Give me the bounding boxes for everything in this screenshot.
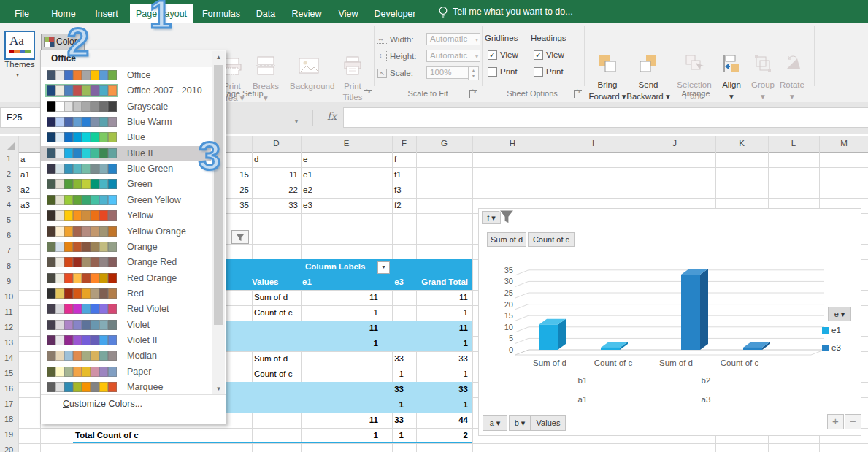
row-header-5[interactable]: 5	[0, 215, 18, 229]
chart-zoom-out-button[interactable]: −	[845, 414, 861, 429]
row-header-16[interactable]: 16	[0, 384, 18, 397]
column-header-J[interactable]: J	[634, 136, 715, 151]
cell-A1[interactable]: a	[20, 152, 40, 167]
column-header-G[interactable]: G	[416, 136, 472, 151]
select-all-corner[interactable]	[0, 136, 18, 152]
scroll-thumb[interactable]	[214, 65, 223, 325]
column-header-M[interactable]: M	[819, 136, 868, 151]
theme-item-red[interactable]: Red	[41, 286, 211, 302]
pivot-column-labels-dropdown[interactable]: ▾	[377, 261, 390, 274]
pivot-chart[interactable]: f ▾Sum of dCount of c35302520151050Sum o…	[478, 208, 861, 436]
cell-D1[interactable]: d	[254, 152, 301, 167]
row-header-1[interactable]: 1	[0, 154, 18, 167]
cell-E2[interactable]: e1	[303, 167, 392, 183]
tab-developer[interactable]: Developer	[371, 4, 419, 23]
theme-item-blue-ii[interactable]: Blue II	[41, 146, 211, 161]
resize-grip[interactable]: ····	[118, 414, 135, 421]
row-header-4[interactable]: 4	[0, 200, 18, 213]
row-header-11[interactable]: 11	[0, 307, 18, 321]
cell-E1[interactable]: e	[303, 152, 392, 167]
column-header-F[interactable]: F	[392, 136, 416, 151]
column-header-L[interactable]: L	[768, 136, 819, 151]
theme-item-violet-ii[interactable]: Violet II	[41, 333, 211, 348]
chart-axis-button-b[interactable]: b ▾	[509, 415, 531, 431]
tell-me-box[interactable]: Tell me what you want to do...	[438, 4, 628, 22]
theme-item-yellow[interactable]: Yellow	[41, 208, 211, 223]
pivot-filter-button[interactable]	[231, 230, 249, 244]
chart-zoom-in-button[interactable]: +	[827, 414, 844, 429]
column-header-E[interactable]: E	[301, 136, 392, 151]
theme-item-marquee[interactable]: Marquee	[41, 380, 211, 395]
theme-item-paper[interactable]: Paper	[41, 364, 211, 380]
row-header-2[interactable]: 2	[0, 169, 18, 183]
theme-item-red-orange[interactable]: Red Orange	[41, 271, 211, 286]
theme-item-yellow-orange[interactable]: Yellow Orange	[41, 224, 211, 240]
column-header-K[interactable]: K	[715, 136, 768, 151]
column-header-H[interactable]: H	[472, 136, 553, 151]
row-header-18[interactable]: 18	[0, 415, 18, 428]
cell-E3[interactable]: e2	[303, 183, 392, 198]
theme-item-grayscale[interactable]: Grayscale	[41, 99, 211, 115]
page-setup-dialog-launcher[interactable]: ↘	[364, 90, 372, 98]
tab-formulas[interactable]: Formulas	[199, 4, 244, 23]
row-header-14[interactable]: 14	[0, 353, 18, 367]
row-header-9[interactable]: 9	[0, 277, 18, 290]
column-header-D[interactable]: D	[252, 136, 301, 151]
row-header-20[interactable]: 20	[0, 445, 18, 452]
cell-A2[interactable]: a1	[20, 167, 40, 183]
theme-item-red-violet[interactable]: Red Violet	[41, 302, 211, 317]
cell-D4[interactable]: 33	[252, 198, 298, 213]
theme-item-green-yellow[interactable]: Green Yellow	[41, 193, 211, 208]
row-header-15[interactable]: 15	[0, 369, 18, 382]
formula-input[interactable]	[343, 107, 868, 128]
row-header-7[interactable]: 7	[0, 246, 18, 259]
cell-F2[interactable]: f1	[394, 167, 416, 183]
row-header-19[interactable]: 19	[0, 430, 18, 443]
tab-data[interactable]: Data	[251, 4, 280, 23]
customize-colors-item[interactable]: Customize Colors...	[63, 399, 142, 409]
chart-axis-button-a[interactable]: a ▾	[483, 415, 507, 431]
tab-insert[interactable]: Insert	[89, 4, 124, 23]
scroll-down-icon[interactable]: ▼	[212, 383, 225, 395]
cell-E4[interactable]: e3	[303, 198, 392, 213]
cell-D3[interactable]: 22	[252, 183, 298, 198]
tab-review[interactable]: Review	[288, 4, 326, 23]
theme-item-blue-green[interactable]: Blue Green	[41, 161, 211, 177]
theme-item-orange[interactable]: Orange	[41, 240, 211, 255]
legend-field-button-e[interactable]: e ▾	[828, 307, 851, 321]
row-header-3[interactable]: 3	[0, 185, 18, 198]
theme-item-blue-warm[interactable]: Blue Warm	[41, 115, 211, 130]
tab-file[interactable]: File	[7, 4, 37, 23]
row-header-17[interactable]: 17	[0, 399, 18, 413]
theme-item-median[interactable]: Median	[41, 348, 211, 364]
cell-F1[interactable]: f	[394, 152, 416, 167]
cell-F4[interactable]: f2	[394, 198, 416, 213]
scroll-up-icon[interactable]: ▲	[212, 51, 225, 64]
dropdown-scrollbar[interactable]: ▲ ▼	[212, 51, 225, 395]
row-header-10[interactable]: 10	[0, 292, 18, 305]
theme-item-blue[interactable]: Blue	[41, 130, 211, 145]
sheet-options-dialog-launcher[interactable]: ↘	[574, 90, 582, 98]
cell-A3[interactable]: a2	[20, 183, 40, 198]
cell-D2[interactable]: 11	[252, 167, 298, 183]
gridlines-print-checkbox[interactable]	[488, 67, 497, 77]
scale-to-fit-dialog-launcher[interactable]: ↘	[469, 90, 477, 98]
row-header-12[interactable]: 12	[0, 323, 18, 336]
theme-item-office[interactable]: Office	[41, 68, 211, 83]
chart-axis-button-values[interactable]: Values	[531, 415, 566, 431]
tab-view[interactable]: View	[333, 4, 364, 23]
headings-print-checkbox[interactable]	[534, 67, 543, 77]
fx-icon[interactable]: fx	[327, 110, 337, 122]
theme-item-violet[interactable]: Violet	[41, 318, 211, 333]
row-header-13[interactable]: 13	[0, 338, 18, 351]
gridlines-view-checkbox[interactable]: ✓	[488, 50, 497, 60]
column-header-I[interactable]: I	[553, 136, 634, 151]
theme-item-office-2007-2010[interactable]: Office 2007 - 2010	[41, 83, 211, 99]
row-header-8[interactable]: 8	[0, 261, 18, 275]
theme-item-orange-red[interactable]: Orange Red	[41, 255, 211, 270]
themes-button[interactable]: Aa Themes ▾	[3, 29, 38, 86]
theme-item-green[interactable]: Green	[41, 177, 211, 192]
headings-view-checkbox[interactable]: ✓	[534, 50, 543, 60]
cell-F3[interactable]: f3	[394, 183, 416, 198]
name-box-dropdown-arrow[interactable]: ▾	[295, 118, 298, 125]
